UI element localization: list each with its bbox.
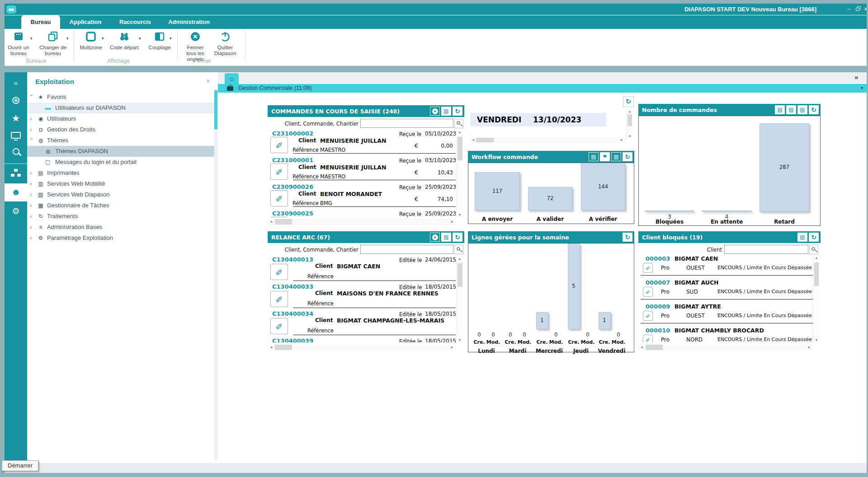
search-button[interactable]: [809, 245, 818, 254]
restore-button[interactable]: [854, 5, 862, 13]
tree-item[interactable]: ›⚙Paramétrage Exploitation: [27, 233, 214, 243]
chevron-icon[interactable]: ›: [30, 200, 35, 211]
refresh-button[interactable]: ↻: [623, 96, 634, 107]
commande-id[interactable]: C230900026: [272, 183, 313, 190]
relance-row[interactable]: C130400034 Editée le 18/05/2015 ✎ Client…: [268, 310, 456, 337]
chevron-icon[interactable]: ›: [30, 124, 35, 135]
gear-icon[interactable]: ⚙: [5, 206, 27, 216]
chart-view-button[interactable]: ⚑: [600, 152, 610, 161]
list-view-button[interactable]: ▤: [611, 152, 621, 161]
chevron-icon[interactable]: ›: [26, 138, 37, 143]
filter-input[interactable]: [360, 119, 453, 128]
commande-id[interactable]: C231000001: [272, 157, 313, 164]
chevron-icon[interactable]: ›: [30, 222, 35, 233]
filter-input[interactable]: [360, 245, 453, 254]
vertical-scrollbar[interactable]: ▲ ▼: [456, 256, 463, 342]
add-button[interactable]: +: [430, 233, 440, 242]
filter-input[interactable]: [724, 245, 808, 254]
client-id[interactable]: 000007: [646, 279, 670, 286]
relance-id[interactable]: C130400013: [272, 256, 313, 263]
list-view-button[interactable]: ▤: [441, 107, 451, 116]
helm-icon[interactable]: ⊛: [5, 94, 27, 107]
edit-button[interactable]: ✎: [643, 287, 653, 297]
edit-button[interactable]: ✎: [270, 291, 288, 307]
relance-row[interactable]: C130400013 Editée le 24/06/2015 ✎ Client…: [268, 256, 456, 283]
dropdown-icon[interactable]: ▾: [139, 36, 141, 41]
close-panel-icon[interactable]: ×: [206, 77, 210, 84]
search-button[interactable]: [454, 119, 463, 128]
horizontal-scrollbar[interactable]: ◄ ►: [268, 219, 456, 225]
code-depart-button[interactable]: Code départ: [108, 31, 140, 51]
list-view-button[interactable]: ▤: [441, 233, 451, 242]
tree-item[interactable]: ›▤Imprimantes: [27, 168, 214, 178]
client-id[interactable]: 000010: [646, 327, 670, 334]
client-row[interactable]: 000003 BIGMAT CAEN ✎ Pro OUEST ENCOURS /…: [638, 255, 813, 279]
tree-item[interactable]: ›◍Thèmes: [27, 135, 214, 146]
edit-button[interactable]: ✎: [643, 335, 653, 342]
dropdown-icon[interactable]: ▾: [861, 85, 863, 90]
list-view-button[interactable]: ▤: [786, 105, 796, 114]
client-id[interactable]: 000009: [646, 303, 670, 310]
refresh-button[interactable]: ↻: [809, 105, 819, 114]
vertical-scrollbar[interactable]: ▲ ▼: [456, 130, 463, 217]
dropdown-icon[interactable]: ▾: [170, 36, 172, 41]
tree-item[interactable]: ›◘Gestion des Droits: [27, 124, 214, 135]
tree-item[interactable]: ▬Utilisateurs sur DIAPASON: [27, 103, 214, 113]
collapse-sidebar-icon[interactable]: «: [5, 79, 27, 88]
tree-item[interactable]: ›▦Gestionnaire de Tâches: [27, 200, 214, 211]
list-view-button[interactable]: ▤: [797, 105, 807, 114]
relance-id[interactable]: C130400033: [272, 283, 313, 290]
list-view-button[interactable]: ▤: [589, 152, 599, 161]
chevron-icon[interactable]: ›: [26, 94, 37, 100]
edit-button[interactable]: ✎: [270, 318, 288, 334]
client-row[interactable]: 000009 BIGMAT AYTRE ✎ Pro OUEST ENCOURS …: [638, 303, 813, 327]
monitor-icon[interactable]: [5, 132, 27, 140]
list-view-button[interactable]: ▤: [797, 233, 807, 242]
favorites-icon[interactable]: ★: [5, 113, 27, 124]
tab-application[interactable]: Application: [65, 15, 106, 29]
commande-id[interactable]: C231000002: [272, 130, 313, 137]
horizontal-scrollbar[interactable]: ◄ ►: [268, 344, 456, 351]
search-button[interactable]: [454, 245, 463, 254]
relance-id[interactable]: C130400034: [272, 310, 313, 317]
dropdown-icon[interactable]: ▾: [30, 36, 33, 41]
chevron-icon[interactable]: ›: [30, 233, 35, 243]
workspace-bar[interactable]: Gestion Commerciale (11:08) ▾: [218, 84, 867, 93]
tab-administration[interactable]: Administration: [165, 15, 212, 29]
edit-button[interactable]: ✎: [643, 311, 653, 321]
tab-raccourcis[interactable]: Raccourcis: [114, 15, 156, 29]
vertical-scrollbar[interactable]: ▲ ▼: [626, 109, 632, 138]
multizone-button[interactable]: Multizone: [77, 31, 105, 51]
tree-item[interactable]: ›▥Services Web Mobilité: [27, 178, 214, 189]
client-id[interactable]: 000003: [646, 255, 670, 262]
search-icon[interactable]: [5, 148, 27, 157]
couplage-button[interactable]: Couplage: [146, 31, 174, 51]
commande-row[interactable]: C231000002 Reçue le 05/10/2023 ✎ Client …: [268, 130, 456, 157]
chevron-icon[interactable]: ›: [30, 178, 35, 189]
edit-button[interactable]: ✎: [270, 190, 288, 206]
refresh-button[interactable]: ↻: [809, 233, 819, 242]
tree-item[interactable]: ›◉Utilisateurs: [27, 113, 214, 124]
commande-id[interactable]: C230900025: [272, 210, 313, 217]
tree-item[interactable]: ›★Favoris: [27, 92, 214, 103]
commande-row[interactable]: C230900025 Reçue le 25/09/2023 ✎: [268, 210, 456, 217]
add-button[interactable]: +: [430, 107, 440, 116]
horizontal-scrollbar[interactable]: ◄ ►: [470, 137, 625, 143]
relance-row[interactable]: C130400039 Editée le 18/05/2015: [268, 337, 456, 342]
edit-button[interactable]: ✎: [270, 164, 288, 180]
relance-id[interactable]: C130400039: [272, 337, 313, 342]
expand-more-icon[interactable]: »: [854, 73, 858, 81]
changer-bureau-button[interactable]: Changer de bureau: [38, 31, 68, 56]
tree-item[interactable]: ›▧Services Web Diapason: [27, 189, 214, 200]
tab-bureau[interactable]: Bureau: [21, 15, 60, 29]
refresh-button[interactable]: ↻: [453, 107, 462, 116]
commande-row[interactable]: C230900026 Reçue le 25/09/2023 ✎ Client …: [268, 183, 456, 210]
minimize-button[interactable]: −: [844, 5, 853, 13]
edit-button[interactable]: ✎: [270, 217, 288, 217]
refresh-button[interactable]: ↻: [453, 233, 462, 242]
refresh-button[interactable]: ↻: [623, 152, 632, 161]
edit-button[interactable]: ✎: [643, 263, 653, 273]
commande-row[interactable]: C231000001 Reçue le 03/10/2023 ✎ Client …: [268, 157, 456, 183]
chevron-icon[interactable]: ›: [30, 211, 35, 222]
chevron-icon[interactable]: ›: [30, 189, 35, 200]
